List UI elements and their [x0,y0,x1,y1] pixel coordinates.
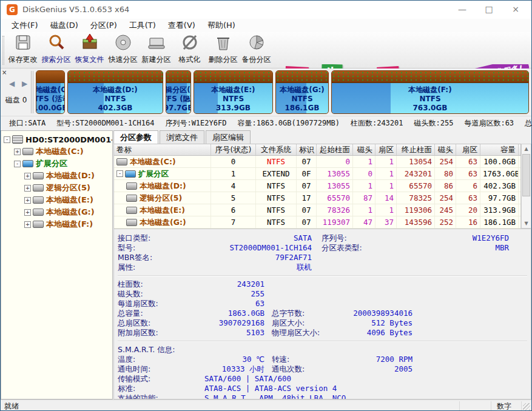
table-cell: 1 [353,156,375,167]
close-button[interactable]: × [502,1,529,19]
column-header[interactable]: 容量 [480,144,519,155]
detail-value: 243201 [209,279,264,289]
toolbar-search-partition-button[interactable]: 搜索分区 [39,33,73,67]
column-header[interactable]: 起始柱面 [317,144,353,155]
detail-label: 分区表类型: [312,243,388,253]
table-cell: 143596 [397,216,435,228]
menu-help[interactable]: 帮助(H) [201,19,241,32]
table-scrollbar[interactable]: ▲ ▼ [521,144,531,229]
scroll-down-icon[interactable]: ▼ [522,219,531,228]
expand-icon[interactable]: + [14,149,21,155]
scroll-thumb[interactable] [522,154,530,196]
menu-disk[interactable]: 磁盘(D) [44,19,84,32]
table-cell: 13055 [317,180,353,192]
table-cell: 13055 [317,168,353,179]
disk-info-row: 接口:SATA型号:ST2000DM001-1CH164序列号:W1E2Y6FD… [1,116,531,130]
status-divider [459,401,460,410]
column-header[interactable]: 磁头 [435,144,456,155]
menu-tools[interactable]: 工具(T) [123,19,162,32]
column-header[interactable]: 扇区 [456,144,480,155]
disk-partition-block[interactable]: 本地磁盘(E:)NTFS313.9GB [194,70,273,114]
toolbar-quick-partition-button[interactable]: 快速分区 [106,33,140,67]
table-cell: NTFS [256,156,297,167]
disk-partition-block[interactable]: 本地磁盘(F:)NTFS763.0GB [331,70,529,114]
partition-name: 本地磁盘(C:) [36,85,64,95]
disk-info-item: 每道扇区数:63 [464,118,514,129]
collapse-icon[interactable]: - [116,170,123,177]
tree-item-本地磁盘(C:)[interactable]: +本地磁盘(C:) [1,145,112,158]
table-cell: 1 [375,180,397,192]
detail-value [388,253,509,262]
table-cell: 65570 [317,192,353,204]
collapse-icon[interactable]: - [14,161,21,167]
column-header[interactable]: 扇区 [375,144,397,155]
partition-icon [22,148,33,155]
tree-item-逻辑分区(5)[interactable]: +逻辑分区(5) [1,182,112,194]
section-divider [118,341,527,342]
row-name-cell: 本地磁盘(C:) [114,156,211,167]
table-row-本地磁盘(E:)[interactable]: 本地磁盘(E:)6NTFS07783261111930624520313.9GB [114,204,520,216]
toolbar-delete-partition-button[interactable]: 删除分区 [206,33,240,67]
column-header[interactable]: 文件系统 [256,144,297,155]
table-cell: 97.7GB [480,192,519,204]
status-bar: 就绪 数字 [1,399,531,411]
menu-partition[interactable]: 分区(P) [84,19,123,32]
table-row-本地磁盘(D:)[interactable]: 本地磁盘(D:)4NTFS07130551165570866402.3GB [114,180,520,192]
toolbar-new-partition-button[interactable]: 新建分区 [140,33,173,67]
detail-label: 型号: [118,243,209,253]
table-row-逻辑分区(5)[interactable]: 逻辑分区(5)5NTFS17655708714783252546397.7GB [114,192,520,204]
toolbar-backup-partition-button[interactable]: 备份分区 [240,33,273,67]
tree-item-本地磁盘(E:)[interactable]: +本地磁盘(E:) [1,194,112,206]
column-header[interactable]: 磁头 [353,144,375,155]
detail-label: MBR签名: [118,253,209,262]
disk-nav-arrows[interactable]: ◀ ▶ [9,79,30,88]
menu-bar: 文件(F) 磁盘(D) 分区(P) 工具(T) 查看(V) 帮助(H) [1,19,531,32]
collapse-icon[interactable]: - [4,136,10,143]
expand-icon[interactable]: + [24,209,31,216]
panel-splitter[interactable] [31,71,33,113]
row-label: 扩展分区 [138,168,169,179]
disk-partition-block[interactable]: 本地磁盘(G:)NTFS186.1GB [275,70,329,114]
tree-item-label: 本地磁盘(F:) [46,219,93,230]
tab-partition-parameters[interactable]: 分区参数 [113,130,158,144]
details-panel: 接口类型: SATA 序列号: W1E2Y6FD型号: ST2000DM001-… [113,229,531,399]
column-header[interactable]: 终止柱面 [397,144,435,155]
expand-icon[interactable]: + [24,173,31,179]
detail-value: 255 [209,289,264,299]
column-header[interactable]: 序号(状态) [211,144,256,155]
expand-icon[interactable]: + [24,185,31,192]
detail-label: 温度: [118,355,209,364]
table-cell: 1 [375,204,397,216]
tree-item-HD0:ST2000DM001-1CH164[interactable]: -HD0:ST2000DM001-1CH164 [1,133,112,145]
table-row-本地磁盘(C:)[interactable]: 本地磁盘(C:)0NTFS070111305425463100.0GB [114,156,520,168]
scroll-up-icon[interactable]: ▲ [522,144,531,153]
tree-item-本地磁盘(G:)[interactable]: +本地磁盘(G:) [1,206,112,218]
expand-icon[interactable]: + [24,221,31,228]
minimize-button[interactable]: — [449,1,476,19]
maximize-button[interactable]: □ [476,1,502,19]
expand-icon[interactable]: + [24,197,31,204]
toolbar-format-button[interactable]: 格式化 [173,33,206,67]
tree-item-本地磁盘(F:)[interactable]: +本地磁盘(F:) [1,218,112,230]
menu-file[interactable]: 文件(F) [5,19,44,32]
tab-sector-edit[interactable]: 扇区编辑 [206,130,251,144]
panel-close-icon[interactable]: × [2,69,7,76]
menu-view[interactable]: 查看(V) [162,19,201,32]
table-cell: 7 [211,216,256,228]
disk-partition-block[interactable]: 本地磁盘(C:)NTFS (活动)100.0GB [36,70,65,114]
section-divider [118,275,527,276]
tree-item-扩展分区[interactable]: -扩展分区 [1,158,112,170]
disk-partition-block[interactable]: 逻辑分区(5)NTFS (隐藏)97.7GB [166,70,191,114]
column-header[interactable]: 标识 [297,144,317,155]
extended-icon [125,170,136,178]
toolbar-recover-files-button[interactable]: 恢复文件 [73,33,106,67]
disk-partition-block[interactable]: 本地磁盘(D:)NTFS402.3GB [67,70,163,114]
table-row-扩展分区[interactable]: -扩展分区1EXTEND0F130550124320180631763.0GB [114,168,520,180]
smart-header: S.M.A.R.T. 信息: [118,345,531,355]
column-header[interactable]: 卷标 [114,144,211,155]
tab-browse-files[interactable]: 浏览文件 [160,130,204,144]
table-row-本地磁盘(G:)[interactable]: 本地磁盘(G:)7NTFS07119307473714359625216186.… [114,216,520,229]
toolbar-save-button[interactable]: 保存更改 [6,33,39,67]
resize-grip[interactable] [523,403,530,410]
tree-item-本地磁盘(D:)[interactable]: +本地磁盘(D:) [1,170,112,182]
